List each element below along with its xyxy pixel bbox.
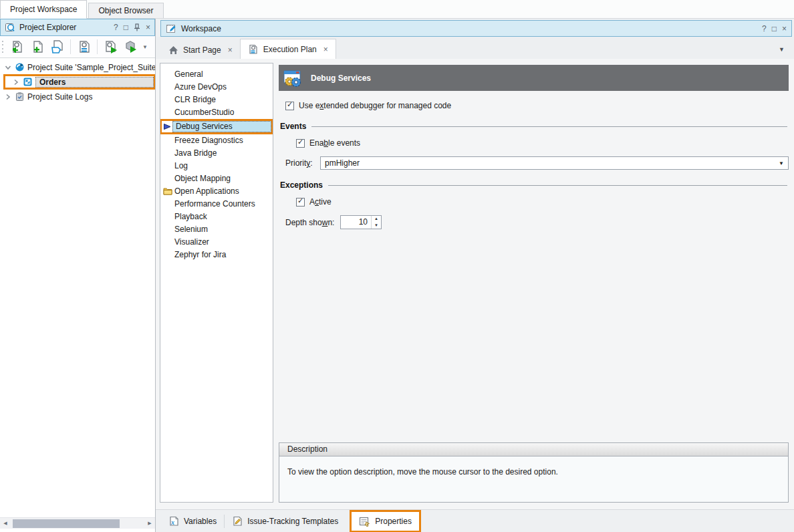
scrollbar-thumb[interactable] [13, 519, 120, 528]
tab-start-page-label: Start Page [183, 45, 221, 55]
events-group-title: Events [280, 122, 306, 131]
description-header: Description [279, 443, 788, 456]
priority-value: pmHigher [325, 158, 360, 168]
spinner-up-icon[interactable]: ▲ [372, 216, 381, 223]
application-window: Project Workspace Object Browser Project… [0, 0, 794, 532]
workspace-title: Workspace [181, 24, 221, 33]
toolbar-grip[interactable] [2, 39, 5, 54]
extended-debugger-checkbox[interactable]: ✓ [285, 102, 294, 110]
chevron-right-icon[interactable] [4, 93, 12, 101]
tab-issue-tracking-templates-label: Issue-Tracking Templates [247, 517, 338, 526]
maximize-button[interactable]: □ [772, 24, 777, 33]
tab-variables-label: Variables [184, 517, 217, 526]
check-icon: ✓ [287, 100, 293, 109]
run-project-suite-button[interactable] [122, 38, 140, 56]
add-project-suite-button[interactable] [8, 38, 26, 56]
settings-item-playback[interactable]: Playback [160, 211, 273, 223]
horizontal-scrollbar[interactable]: ◀ ▶ [0, 517, 155, 529]
tree-item-project-suite[interactable]: Project Suite 'Sample_Project_Suite' (1 … [0, 61, 155, 74]
debug-services-icon [282, 68, 302, 88]
tab-project-workspace[interactable]: Project Workspace [0, 0, 87, 19]
settings-item-general[interactable]: General [160, 68, 273, 81]
check-icon: ✓ [297, 138, 303, 146]
settings-item-clr-bridge[interactable]: CLR Bridge [160, 94, 273, 106]
active-checkbox[interactable]: ✓ [296, 198, 305, 207]
depth-shown-field-row: Depth shown: 10 ▲ ▼ [285, 215, 789, 229]
close-tab-icon[interactable]: × [323, 45, 328, 54]
group-divider [328, 185, 787, 186]
enable-events-option: ✓ Enable events [296, 138, 789, 148]
tab-object-browser-label: Object Browser [98, 6, 153, 15]
enable-events-checkbox[interactable]: ✓ [296, 139, 305, 148]
home-icon [168, 45, 178, 55]
tab-execution-plan-label: Execution Plan [263, 45, 317, 54]
priority-field-row: Priority: pmHigher ▼ [285, 156, 789, 170]
workspace-area: Workspace ? □ × Start Page × [156, 19, 794, 532]
settings-item-freeze-diagnostics[interactable]: Freeze Diagnostics [160, 134, 273, 147]
settings-item-log[interactable]: Log [160, 160, 273, 172]
settings-item-cucumberstudio[interactable]: CucumberStudio [160, 106, 273, 119]
active-option: ✓ Active [296, 197, 789, 207]
project-explorer-panel: Project Explorer ? □ × [0, 19, 156, 532]
tab-issue-tracking-templates[interactable]: Issue-Tracking Templates [225, 512, 346, 530]
toolbar-separator [70, 39, 71, 54]
tab-start-page[interactable]: Start Page × [161, 41, 240, 59]
tab-object-browser[interactable]: Object Browser [88, 3, 163, 18]
tree-item-project-suite-logs[interactable]: Project Suite Logs [0, 90, 155, 103]
close-button[interactable]: × [782, 24, 787, 33]
settings-item-open-applications[interactable]: Open Applications [160, 185, 273, 198]
organize-items-button[interactable] [75, 38, 93, 56]
new-item-button[interactable] [28, 38, 46, 56]
depth-shown-label: Depth shown: [285, 218, 340, 227]
settings-item-visualizer[interactable]: Visualizer [160, 236, 273, 249]
check-icon: ✓ [297, 196, 303, 205]
settings-item-debug-services[interactable]: Debug Services [172, 121, 271, 132]
project-explorer-toolbar: ▼ [0, 36, 155, 58]
enable-events-label: Enable events [309, 138, 360, 148]
open-file-button[interactable] [48, 38, 66, 56]
tab-overflow-icon[interactable]: ▼ [779, 46, 785, 53]
settings-item-java-bridge[interactable]: Java Bridge [160, 147, 273, 160]
description-panel: Description To view the option descripti… [279, 442, 789, 503]
chevron-right-icon[interactable] [12, 78, 20, 86]
depth-shown-spinner[interactable]: 10 ▲ ▼ [340, 215, 382, 229]
pin-icon[interactable] [134, 23, 140, 31]
scroll-right-icon[interactable]: ▶ [144, 521, 155, 526]
chevron-down-icon: ▼ [779, 160, 784, 166]
close-tab-icon[interactable]: × [228, 45, 233, 55]
settings-item-selenium[interactable]: Selenium [160, 223, 273, 236]
toolbar-separator [97, 39, 98, 54]
folder-icon [163, 187, 172, 195]
tab-execution-plan[interactable]: Execution Plan × [240, 39, 336, 59]
tree-item-orders[interactable]: Orders [5, 76, 154, 88]
tab-variables[interactable]: x Variables [161, 512, 224, 530]
priority-label: Priority: [285, 158, 320, 168]
tab-properties[interactable]: Properties [352, 512, 419, 531]
help-button[interactable]: ? [114, 23, 118, 32]
priority-dropdown[interactable]: pmHigher ▼ [320, 156, 789, 170]
settings-item-azure-devops[interactable]: Azure DevOps [160, 81, 273, 94]
settings-item-object-mapping[interactable]: Object Mapping [160, 172, 273, 185]
bottom-tabbar: x Variables Issue-Tracking Templates [156, 509, 794, 532]
close-button[interactable]: × [146, 23, 150, 32]
run-test-button[interactable] [102, 38, 120, 56]
properties-content: General Azure DevOps CLR Bridge Cucumber… [156, 59, 794, 509]
project-tree: Project Suite 'Sample_Project_Suite' (1 … [0, 58, 155, 517]
chevron-down-icon[interactable] [4, 63, 12, 72]
svg-text:x: x [170, 519, 174, 526]
project-explorer-title: Project Explorer [19, 23, 76, 32]
logs-icon [15, 92, 25, 102]
workspace-tabbar: Project Workspace Object Browser [0, 0, 794, 19]
exceptions-group-header: Exceptions [280, 180, 789, 190]
maximize-button[interactable]: □ [124, 23, 128, 32]
extended-debugger-option: ✓ Use extended debugger for managed code [285, 101, 789, 110]
variables-icon: x [168, 516, 179, 527]
spinner-down-icon[interactable]: ▼ [372, 223, 381, 229]
scroll-left-icon[interactable]: ◀ [0, 521, 11, 526]
tree-item-label: Project Suite Logs [27, 92, 92, 102]
help-button[interactable]: ? [762, 24, 767, 33]
settings-item-performance-counters[interactable]: Performance Counters [160, 198, 273, 211]
depth-shown-value: 10 [341, 216, 371, 229]
settings-item-zephyr-for-jira[interactable]: Zephyr for Jira [160, 249, 273, 261]
toolbar-dropdown-icon[interactable]: ▼ [142, 44, 148, 50]
